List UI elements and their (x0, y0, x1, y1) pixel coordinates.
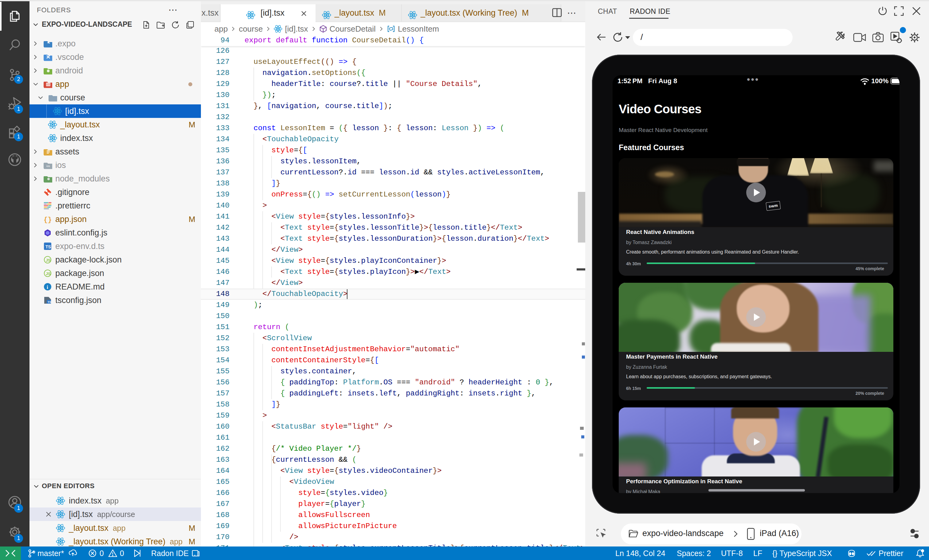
svg-text:ios: ios (46, 165, 50, 168)
svg-text:{}: {} (44, 216, 52, 224)
svg-text:JS: JS (46, 271, 51, 276)
svg-text:i: i (47, 284, 48, 290)
svg-text:TS: TS (46, 244, 51, 249)
svg-text:JS: JS (46, 258, 51, 263)
svg-text:TS: TS (48, 301, 51, 304)
